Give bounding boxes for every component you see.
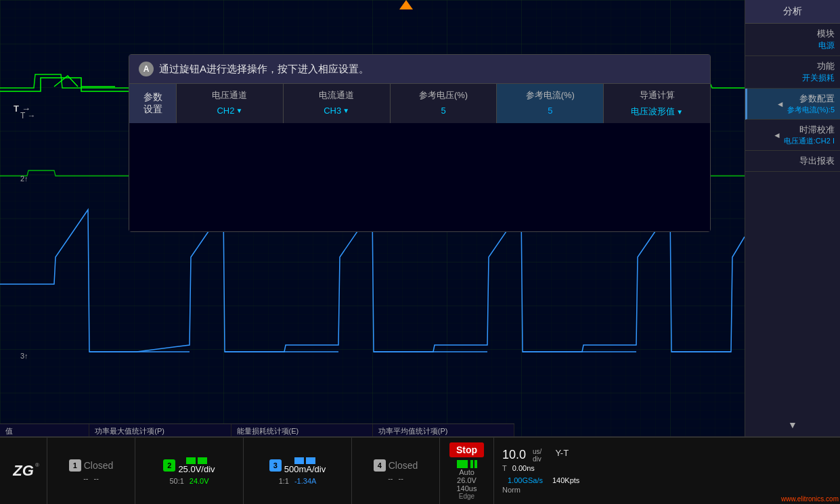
dropdown-arrow-1: ▼ [236,107,242,114]
sidebar-title: 分析 [745,0,840,24]
sidebar-param-label: 参数配置 [787,93,835,105]
ch4-bottom: -- -- [388,474,403,482]
mode-label: Y-T [555,448,569,463]
sidebar-section-export[interactable]: 导出报表 [745,151,840,172]
ch4-status[interactable]: 4 Closed -- -- [352,438,440,504]
stop-button[interactable]: Stop [449,442,484,457]
logo-area: ZG ® [0,438,47,504]
dialog-param-label: 参数设置 [129,84,177,123]
ch2-num: 2 [163,459,175,472]
sidebar-module-sub: 电源 [751,40,835,51]
time-div-val: 10.0 [502,448,526,463]
dialog-col-conduction-title: 导通计算 [612,89,702,101]
svg-text:→: → [22,104,30,114]
trigger-info: Auto 26.0V 140us [457,468,477,492]
ch4-num: 4 [374,459,386,472]
ch3-divval: 500mA/div [284,464,326,474]
sidebar-section-function[interactable]: 功能 开关损耗 [745,56,840,89]
offset-val: 0.00ns [512,464,535,472]
ch1-bottom: -- -- [83,474,99,482]
sample-rate-val: 1.00GSa/s [508,476,543,484]
sidebar-function-sub: 开关损耗 [751,72,835,84]
dialog-col-conduction[interactable]: 导通计算 电压波形值 ▼ [604,84,710,123]
dialog-col-ref-voltage-title: 参考电压(%) [399,89,489,101]
ch3-offset: -1.34A [294,477,316,485]
mem-val: 140Kpts [552,476,579,484]
trigger-ch-indicator [457,460,477,468]
sidebar-time-sub: 电压通道:CH2 I [784,136,835,146]
norm-label: Norm [502,486,521,494]
dialog-col-ref-voltage[interactable]: 参考电压(%) 5 [391,84,498,123]
sidebar-section-param-config[interactable]: ◄ 参数配置 参考电流(%):5 [745,89,840,120]
ch4-closed-label: Closed [389,460,418,471]
time-div-unit: us/div [533,448,541,463]
sidebar-section-module[interactable]: 模块 电源 [745,24,840,56]
dialog-col-ref-voltage-value: 5 [399,106,489,116]
dialog-col-voltage-value: CH2 ▼ [185,106,275,116]
ch3-bottom: 1:1 -1.34A [279,477,317,485]
svg-text:T: T [14,104,19,114]
offset-label: T [502,464,507,472]
time-calibrate-arrow: ◄ [773,131,781,140]
ch2-indicator [186,457,196,464]
dialog-params-table: 参数设置 电压通道 CH2 ▼ 电流通道 CH3 ▼ 参考电压(%) [129,84,710,123]
dialog-col-ref-current[interactable]: 参考电流(%) 5 [497,84,604,123]
logo-registered: ® [35,462,39,468]
watermark: www.elitronics.com [781,495,839,503]
dialog-col-current-value: CH3 ▼ [292,106,382,116]
dialog-col-ref-current-title: 参考电流(%) [505,89,595,101]
dialog-col-ref-current-value: 5 [505,106,595,116]
sidebar-expand-arrow[interactable]: ▼ [745,413,840,436]
svg-text:3↑: 3↑ [20,352,28,360]
dialog-col-voltage-ch[interactable]: 电压通道 CH2 ▼ [177,84,284,123]
ch3-status[interactable]: 3 500mA/div 1:1 -1.34A [244,438,352,504]
ch3-indicator-2 [306,457,315,464]
status-bar: ZG ® 1 Closed -- -- 2 25.0V/div 50:1 [0,436,840,504]
ch2-status[interactable]: 2 25.0V/div 50:1 24.0V [135,438,244,504]
trigger-edge: Edge [459,492,474,500]
sidebar-module-label: 模块 [751,28,835,40]
ch1-num: 1 [69,459,81,472]
dialog-col-voltage-title: 电压通道 [185,89,275,101]
dialog-icon: A [139,62,154,76]
param-config-arrow: ◄ [776,99,784,109]
ch3-num: 3 [269,459,282,472]
ch3-ratio: 1:1 [279,477,289,485]
sidebar: 分析 模块 电源 功能 开关损耗 ◄ 参数配置 参考电流(%):5 ◄ 时滞校准… [745,0,840,436]
svg-text:2↑: 2↑ [20,175,28,183]
sidebar-function-label: 功能 [751,60,835,72]
ch2-indicator-2 [198,457,207,464]
trigger-area: Stop Auto 26.0V 140us Edge [440,438,494,504]
param-dialog: A 通过旋钮A进行选择操作，按下进入相应设置。 参数设置 电压通道 CH2 ▼ … [129,54,711,232]
sidebar-param-sub: 参考电流(%):5 [787,105,835,115]
dropdown-arrow-2: ▼ [342,107,349,114]
trigger-ch-box [457,460,468,468]
sidebar-export-label: 导出报表 [751,155,835,167]
ch3-indicator [294,457,304,464]
ch2-divval: 25.0V/div [178,464,215,474]
right-status: 10.0 us/div Y-T T 0.00ns 1.00GSa/s 140Kp… [494,438,588,504]
trigger-ch-lines [470,460,477,468]
dialog-columns: 电压通道 CH2 ▼ 电流通道 CH3 ▼ 参考电压(%) 5 [177,84,710,123]
ch2-offset: 24.0V [190,477,209,485]
logo-text: ZG [13,462,34,479]
sidebar-time-label: 时滞校准 [784,124,835,136]
dialog-col-current-title: 电流通道 [292,89,382,101]
sidebar-section-time-calibrate[interactable]: ◄ 时滞校准 电压通道:CH2 I [745,120,840,151]
dialog-title-text: 通过旋钮A进行选择操作，按下进入相应设置。 [159,63,369,76]
dialog-title-bar: A 通过旋钮A进行选择操作，按下进入相应设置。 [129,55,710,84]
dialog-col-current-ch[interactable]: 电流通道 CH3 ▼ [284,84,391,123]
ch2-bottom: 50:1 24.0V [169,477,208,485]
dialog-col-conduction-value: 电压波形值 ▼ [612,106,702,118]
dialog-waveform-area [129,123,710,231]
ch1-closed-label: Closed [84,460,114,471]
ch2-ratio: 50:1 [169,477,183,485]
ch1-status[interactable]: 1 Closed -- -- [47,438,135,504]
dropdown-arrow-3: ▼ [676,108,683,116]
